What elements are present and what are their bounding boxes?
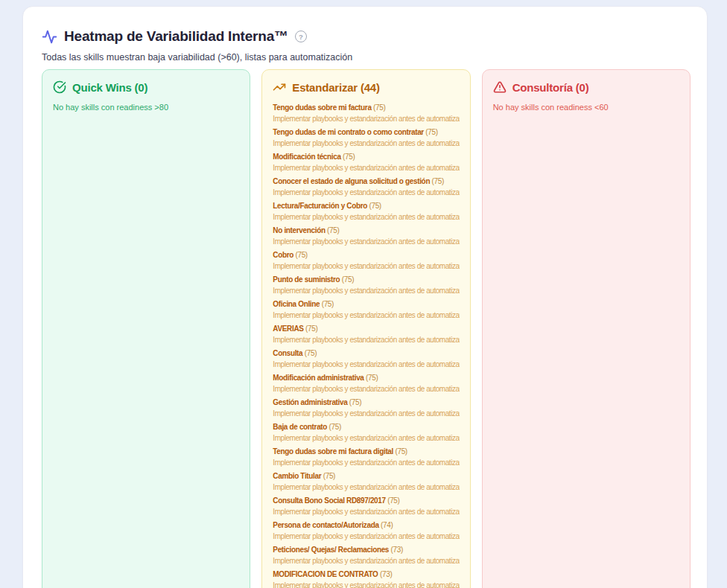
trending-up-icon: [273, 80, 286, 94]
skill-score: (75): [393, 447, 407, 456]
page-background: { "header": { "title": "Heatmap de Varia…: [0, 0, 727, 588]
skill-recommendation: Implementar playbooks y estandarización …: [273, 211, 459, 223]
skill-item: Modificación técnica (75) Implementar pl…: [273, 151, 459, 173]
quick-wins-empty-text: No hay skills con readiness >80: [53, 102, 239, 112]
skill-recommendation: Implementar playbooks y estandarización …: [273, 261, 459, 272]
skill-name: Cobro: [273, 251, 293, 259]
alert-triangle-icon: [493, 80, 507, 94]
skill-recommendation: Implementar playbooks y estandarización …: [273, 531, 459, 542]
skill-score: (75): [340, 275, 354, 284]
skill-score: (75): [367, 202, 381, 210]
skill-score: (75): [341, 153, 355, 161]
skill-recommendation: Implementar playbooks y estandarización …: [273, 482, 459, 493]
skill-name: Modificación administrativa: [273, 374, 364, 382]
skill-item: Lectura/Facturación y Cobro (75) Impleme…: [273, 200, 459, 223]
skill-recommendation: Implementar playbooks y estandarización …: [273, 457, 459, 468]
skill-score: (74): [379, 521, 393, 529]
page-subtitle: Todas las skills muestran baja variabili…: [42, 52, 691, 63]
skill-list: Tengo dudas sobre mi factura (75) Implem…: [273, 102, 459, 588]
quick-wins-title: Quick Wins (0): [72, 81, 147, 94]
skill-recommendation: Implementar playbooks y estandarización …: [273, 285, 459, 296]
quick-wins-panel: Quick Wins (0) No hay skills con readine…: [42, 69, 250, 588]
skill-item: Modificación administrativa (75) Impleme…: [273, 372, 459, 394]
skill-score: (75): [293, 251, 308, 259]
skill-item: Gestión administrativa (75) Implementar …: [273, 397, 459, 419]
skill-item: Oficina Online (75) Implementar playbook…: [273, 298, 459, 321]
skill-score: (75): [302, 349, 317, 357]
skill-name: Lectura/Facturación y Cobro: [273, 202, 367, 210]
heatmap-columns: Quick Wins (0) No hay skills con readine…: [42, 69, 691, 588]
skill-recommendation: Implementar playbooks y estandarización …: [273, 334, 459, 345]
skill-item: Punto de suministro (75) Implementar pla…: [273, 274, 459, 296]
skill-recommendation: Implementar playbooks y estandarización …: [273, 580, 459, 588]
skill-item: Tengo dudas sobre mi factura (75) Implem…: [273, 102, 459, 124]
skill-name: Oficina Online: [273, 300, 320, 308]
consultoria-panel: Consultoría (0) No hay skills con readin…: [482, 69, 691, 588]
skill-item: Tengo dudas de mi contrato o como contra…: [273, 127, 459, 149]
skill-score: (75): [304, 325, 318, 333]
estandarizar-header: Estandarizar (44): [273, 80, 459, 95]
skill-recommendation: Implementar playbooks y estandarización …: [273, 162, 459, 173]
consultoria-empty-text: No hay skills con readiness <60: [493, 102, 679, 112]
skill-name: No intervención: [273, 226, 325, 234]
skill-name: Modificación técnica: [273, 153, 340, 161]
skill-score: (75): [320, 300, 334, 308]
skill-score: (75): [326, 226, 340, 234]
skill-name: Gestión administrativa: [273, 398, 347, 406]
skill-recommendation: Implementar playbooks y estandarización …: [273, 408, 459, 419]
skill-item: Cambio Titular (75) Implementar playbook…: [273, 470, 459, 493]
help-icon[interactable]: ?: [295, 31, 307, 42]
skill-name: Cambio Titular: [273, 472, 321, 480]
skill-score: (75): [386, 496, 400, 505]
skill-item: Conocer el estado de alguna solicitud o …: [273, 176, 459, 198]
skill-score: (75): [364, 374, 378, 382]
estandarizar-title: Estandarizar (44): [292, 81, 379, 94]
skill-item: Tengo dudas sobre mi factura digital (75…: [273, 446, 459, 468]
skill-score: (75): [372, 103, 386, 112]
skill-recommendation: Implementar playbooks y estandarización …: [273, 310, 459, 321]
skill-name: Tengo dudas sobre mi factura: [273, 103, 371, 112]
skill-item: MODIFICACION DE CONTRATO (73) Implementa…: [273, 569, 459, 588]
skill-name: Tengo dudas de mi contrato o como contra…: [273, 128, 424, 136]
skill-item: Cobro (75) Implementar playbooks y estan…: [273, 249, 459, 272]
skill-recommendation: Implementar playbooks y estandarización …: [273, 506, 459, 517]
skill-name: Consulta: [273, 349, 302, 357]
activity-icon: [42, 29, 57, 45]
skill-score: (75): [424, 128, 438, 136]
skill-name: MODIFICACION DE CONTRATO: [273, 570, 378, 578]
skill-item: Consulta (75) Implementar playbooks y es…: [273, 348, 459, 370]
skill-recommendation: Implementar playbooks y estandarización …: [273, 113, 459, 124]
estandarizar-panel: Estandarizar (44) Tengo dudas sobre mi f…: [261, 69, 470, 588]
skill-score: (73): [389, 546, 403, 554]
skill-item: Baja de contrato (75) Implementar playbo…: [273, 421, 459, 444]
skill-item: No intervención (75) Implementar playboo…: [273, 225, 459, 247]
skill-name: Consulta Bono Social RD897/2017: [273, 496, 385, 505]
skill-name: Baja de contrato: [273, 423, 327, 431]
skill-name: Punto de suministro: [273, 275, 340, 284]
skill-item: Peticiones/ Quejas/ Reclamaciones (73) I…: [273, 544, 459, 566]
skill-name: Conocer el estado de alguna solicitud o …: [273, 177, 430, 185]
skill-score: (73): [378, 570, 393, 578]
skill-item: Consulta Bono Social RD897/2017 (75) Imp…: [273, 495, 459, 517]
quick-wins-header: Quick Wins (0): [53, 80, 239, 95]
skill-recommendation: Implementar playbooks y estandarización …: [273, 236, 459, 247]
skill-recommendation: Implementar playbooks y estandarización …: [273, 432, 459, 444]
page-title: Heatmap de Variabilidad Interna™: [64, 28, 288, 45]
skill-recommendation: Implementar playbooks y estandarización …: [273, 383, 459, 394]
skill-score: (75): [347, 398, 361, 406]
skill-item: AVERIAS (75) Implementar playbooks y est…: [273, 323, 459, 345]
skill-name: AVERIAS: [273, 325, 303, 333]
skill-name: Persona de contacto/Autorizada: [273, 521, 378, 529]
skill-score: (75): [327, 423, 341, 431]
skill-recommendation: Implementar playbooks y estandarización …: [273, 138, 459, 149]
heatmap-card: Heatmap de Variabilidad Interna™ ? Todas…: [22, 6, 708, 588]
skill-name: Peticiones/ Quejas/ Reclamaciones: [273, 546, 389, 554]
skill-recommendation: Implementar playbooks y estandarización …: [273, 359, 459, 370]
skill-score: (75): [321, 472, 335, 480]
skill-score: (75): [430, 177, 444, 185]
skill-item: Persona de contacto/Autorizada (74) Impl…: [273, 520, 459, 542]
card-header: Heatmap de Variabilidad Interna™ ?: [42, 28, 691, 45]
consultoria-header: Consultoría (0): [493, 80, 679, 95]
skill-recommendation: Implementar playbooks y estandarización …: [273, 555, 459, 566]
skill-name: Tengo dudas sobre mi factura digital: [273, 447, 393, 456]
